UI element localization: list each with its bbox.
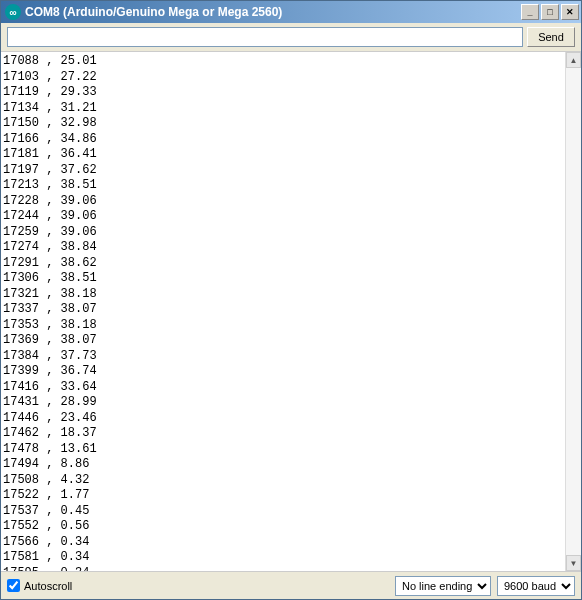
input-row: Send <box>1 23 581 52</box>
content-area: 17088 , 25.01 17103 , 27.22 17119 , 29.3… <box>1 52 581 571</box>
window-title: COM8 (Arduino/Genuino Mega or Mega 2560) <box>25 5 521 19</box>
maximize-button[interactable]: □ <box>541 4 559 20</box>
autoscroll-checkbox[interactable] <box>7 579 20 592</box>
arduino-icon <box>5 4 21 20</box>
autoscroll-label: Autoscroll <box>24 580 72 592</box>
minimize-button[interactable]: _ <box>521 4 539 20</box>
window-titlebar: COM8 (Arduino/Genuino Mega or Mega 2560)… <box>1 1 581 23</box>
send-button[interactable]: Send <box>527 27 575 47</box>
scroll-down-arrow[interactable]: ▼ <box>566 555 581 571</box>
status-bar: Autoscroll No line ending 9600 baud <box>1 571 581 599</box>
line-ending-select[interactable]: No line ending <box>395 576 491 596</box>
vertical-scrollbar[interactable]: ▲ ▼ <box>565 52 581 571</box>
scroll-track[interactable] <box>566 68 581 555</box>
window-controls: _ □ ✕ <box>521 4 579 20</box>
serial-output: 17088 , 25.01 17103 , 27.22 17119 , 29.3… <box>1 52 565 571</box>
scroll-up-arrow[interactable]: ▲ <box>566 52 581 68</box>
serial-monitor-window: COM8 (Arduino/Genuino Mega or Mega 2560)… <box>0 0 582 600</box>
autoscroll-control: Autoscroll <box>7 579 389 592</box>
close-button[interactable]: ✕ <box>561 4 579 20</box>
baud-rate-select[interactable]: 9600 baud <box>497 576 575 596</box>
serial-send-input[interactable] <box>7 27 523 47</box>
